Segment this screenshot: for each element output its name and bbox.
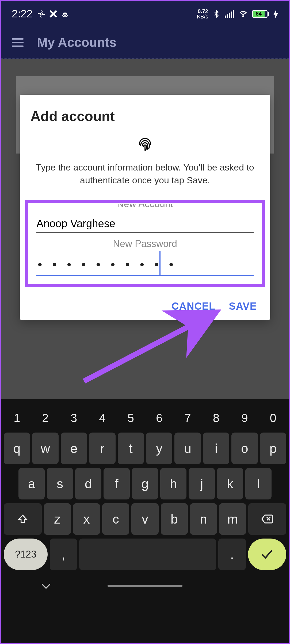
form-highlight-annotation: New Account New Password •••••••••• xyxy=(25,200,265,287)
save-button[interactable]: SAVE xyxy=(229,301,257,312)
key-p[interactable]: p xyxy=(260,433,286,464)
key-m[interactable]: m xyxy=(219,503,246,535)
key-0[interactable]: 0 xyxy=(260,407,286,429)
svg-rect-5 xyxy=(229,13,230,18)
page-title: My Accounts xyxy=(37,35,116,50)
text-cursor xyxy=(159,251,161,275)
comma-key[interactable]: , xyxy=(50,539,77,570)
key-l[interactable]: l xyxy=(245,468,272,499)
svg-point-0 xyxy=(40,13,43,15)
svg-rect-7 xyxy=(233,10,234,18)
battery-indicator: 84 xyxy=(252,10,269,18)
key-s[interactable]: s xyxy=(47,468,73,499)
key-5[interactable]: 5 xyxy=(118,407,144,429)
password-input[interactable]: •••••••••• xyxy=(36,255,254,276)
key-a[interactable]: a xyxy=(18,468,45,499)
key-3[interactable]: 3 xyxy=(61,407,87,429)
key-x[interactable]: x xyxy=(73,503,100,535)
key-h[interactable]: h xyxy=(160,468,186,499)
keyboard-row-3: z x c v b n m xyxy=(4,503,286,535)
status-icons-left xyxy=(37,10,69,18)
svg-point-2 xyxy=(65,14,67,17)
svg-rect-6 xyxy=(231,12,232,18)
mode-switch-key[interactable]: ?123 xyxy=(4,539,48,570)
menu-icon[interactable] xyxy=(12,38,24,47)
key-w[interactable]: w xyxy=(32,433,58,464)
svg-point-8 xyxy=(243,16,244,17)
charging-icon xyxy=(273,9,278,18)
key-o[interactable]: o xyxy=(231,433,258,464)
key-c[interactable]: c xyxy=(102,503,129,535)
key-n[interactable]: n xyxy=(190,503,217,535)
key-2[interactable]: 2 xyxy=(32,407,58,429)
backspace-icon xyxy=(261,514,273,524)
key-4[interactable]: 4 xyxy=(89,407,115,429)
key-9[interactable]: 9 xyxy=(231,407,258,429)
keyboard-row-2: a s d f g h j k l xyxy=(4,468,286,499)
key-8[interactable]: 8 xyxy=(203,407,229,429)
key-b[interactable]: b xyxy=(161,503,188,535)
key-d[interactable]: d xyxy=(75,468,101,499)
shift-icon xyxy=(18,514,28,524)
enter-key[interactable] xyxy=(248,539,286,570)
key-g[interactable]: g xyxy=(132,468,158,499)
key-e[interactable]: e xyxy=(61,433,87,464)
fingerprint-icon xyxy=(30,135,260,153)
account-field-label: New Account xyxy=(36,198,254,210)
key-i[interactable]: i xyxy=(203,433,229,464)
keyboard-number-row: 1 2 3 4 5 6 7 8 9 0 xyxy=(4,407,286,429)
key-6[interactable]: 6 xyxy=(146,407,172,429)
signal-icon xyxy=(225,10,234,18)
home-indicator[interactable] xyxy=(108,585,182,587)
key-f[interactable]: f xyxy=(104,468,130,499)
cancel-button[interactable]: CANCEL xyxy=(171,301,215,312)
app-bar: My Accounts xyxy=(1,26,289,59)
key-7[interactable]: 7 xyxy=(174,407,201,429)
keyboard-bottom-row: ?123 , . xyxy=(4,539,286,570)
soft-keyboard: 1 2 3 4 5 6 7 8 9 0 q w e r t y u i o p … xyxy=(1,399,289,643)
key-z[interactable]: z xyxy=(44,503,71,535)
svg-rect-4 xyxy=(227,14,228,18)
key-u[interactable]: u xyxy=(174,433,201,464)
keyboard-row-1: q w e r t y u i o p xyxy=(4,433,286,464)
account-name-input[interactable] xyxy=(36,215,254,233)
check-icon xyxy=(261,550,273,559)
incognito-icon xyxy=(61,10,69,18)
key-q[interactable]: q xyxy=(4,433,30,464)
key-t[interactable]: t xyxy=(118,433,144,464)
period-key[interactable]: . xyxy=(218,539,246,570)
data-speed: 0.72 KB/s xyxy=(197,9,208,19)
key-1[interactable]: 1 xyxy=(4,407,30,429)
key-k[interactable]: k xyxy=(217,468,243,499)
clock: 2:22 xyxy=(12,8,33,20)
key-y[interactable]: y xyxy=(146,433,172,464)
svg-rect-3 xyxy=(225,16,226,18)
key-j[interactable]: j xyxy=(189,468,215,499)
dialog-instruction: Type the account information below. You'… xyxy=(30,161,260,187)
dialog-title: Add account xyxy=(30,108,260,124)
bandage-icon xyxy=(49,10,57,18)
status-bar: 2:22 0.72 KB/s 84 xyxy=(1,1,289,26)
svg-point-1 xyxy=(63,14,65,17)
nav-bar xyxy=(4,574,286,598)
add-account-dialog: Add account Type the account information… xyxy=(20,95,270,320)
backspace-key[interactable] xyxy=(248,503,286,535)
wifi-icon xyxy=(239,10,248,18)
spacebar-key[interactable] xyxy=(79,539,216,570)
bluetooth-icon xyxy=(212,10,220,18)
key-r[interactable]: r xyxy=(89,433,115,464)
password-field-label: New Password xyxy=(36,238,254,249)
fan-icon xyxy=(37,10,45,18)
key-v[interactable]: v xyxy=(131,503,158,535)
shift-key[interactable] xyxy=(4,503,42,535)
keyboard-collapse-icon[interactable] xyxy=(41,580,51,592)
